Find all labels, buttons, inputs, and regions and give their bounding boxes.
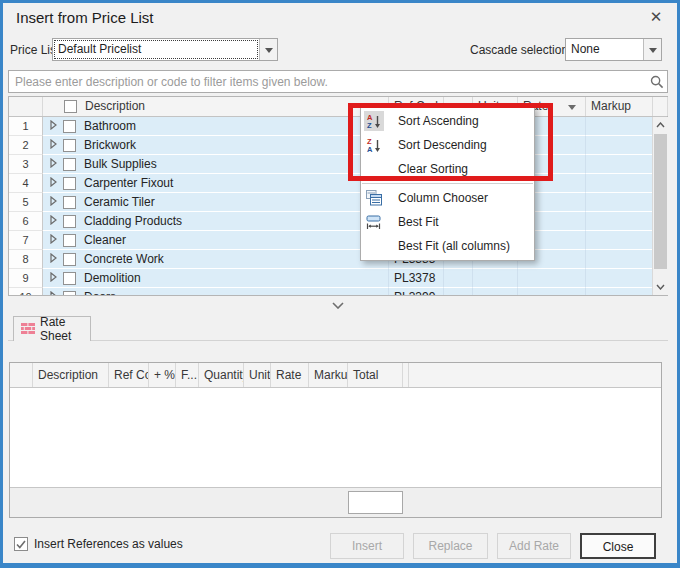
sort-descending-icon: Z A: [364, 135, 384, 155]
unit-column-header[interactable]: Unit: [244, 363, 271, 387]
close-button[interactable]: Close: [580, 533, 656, 559]
column-chooser-icon: [364, 188, 384, 208]
insert-references-checkbox-row[interactable]: Insert References as values: [14, 537, 183, 551]
row-checkbox[interactable]: [63, 291, 76, 296]
scrollbar-thumb[interactable]: [654, 134, 667, 269]
markup-column-header[interactable]: Markup: [586, 97, 653, 116]
row-checkbox[interactable]: [63, 253, 76, 266]
menu-item-best-fit-all-columns[interactable]: Best Fit (all columns): [361, 234, 534, 258]
filler-column-header: [403, 363, 409, 387]
dialog-title: Insert from Price List: [16, 9, 154, 26]
search-icon[interactable]: [649, 74, 665, 90]
expand-icon[interactable]: [50, 231, 57, 249]
menu-item-best-fit[interactable]: Best Fit: [361, 210, 534, 234]
expand-icon[interactable]: [50, 174, 57, 192]
table-row[interactable]: 1Bathroom: [9, 117, 652, 136]
expand-icon[interactable]: [50, 212, 57, 230]
table-row[interactable]: 2Brickwork: [9, 136, 652, 155]
row-checkbox[interactable]: [63, 234, 76, 247]
tab-strip-line: [8, 340, 668, 341]
grid-header-row: Description Ref Cod... Unit... Rate Mark…: [9, 97, 667, 117]
description-cell: Demolition: [84, 269, 141, 287]
description-cell: Carpenter Fixout: [84, 174, 173, 192]
markup-column-header[interactable]: Markup: [309, 363, 348, 387]
cascade-selection-label: Cascade selection:: [470, 43, 571, 57]
insert-button[interactable]: Insert: [330, 533, 404, 559]
filter-input[interactable]: [8, 70, 668, 93]
insert-from-price-list-dialog: Insert from Price List ✕ Price List: Def…: [0, 0, 680, 568]
table-row[interactable]: 3Bulk Supplies: [9, 155, 652, 174]
sort-ascending-icon: A Z: [364, 111, 384, 131]
vertical-scrollbar[interactable]: [652, 117, 668, 295]
row-checkbox[interactable]: [63, 158, 76, 171]
checkbox-checked-icon[interactable]: [14, 537, 28, 551]
tab-rate-sheet[interactable]: Rate Sheet: [13, 316, 91, 341]
description-cell: Brickwork: [84, 136, 136, 154]
table-row[interactable]: 4Carpenter Fixout: [9, 174, 652, 193]
table-row[interactable]: 8Concrete WorkPL3385: [9, 250, 652, 269]
price-list-combobox[interactable]: Default Pricelist: [52, 38, 278, 61]
expand-icon[interactable]: [50, 136, 57, 154]
chevron-down-icon[interactable]: [259, 39, 277, 60]
row-checkbox[interactable]: [63, 139, 76, 152]
filter-dropdown-icon[interactable]: [568, 105, 576, 110]
price-list-grid: Description Ref Cod... Unit... Rate Mark…: [8, 96, 668, 296]
row-checkbox[interactable]: [63, 272, 76, 285]
splitter-collapse-icon[interactable]: [329, 299, 347, 312]
row-indicator-header: [9, 97, 43, 116]
dialog-border-top: [0, 0, 680, 3]
table-row[interactable]: 6Cladding Products: [9, 212, 652, 231]
svg-text:A: A: [367, 145, 373, 153]
expand-icon[interactable]: [50, 193, 57, 211]
cascade-selection-combobox[interactable]: None: [565, 38, 662, 61]
table-row[interactable]: 5Ceramic Tiler: [9, 193, 652, 212]
row-checkbox[interactable]: [63, 120, 76, 133]
price-list-value: Default Pricelist: [53, 39, 259, 60]
ref-code-cell: PL3399: [389, 288, 444, 295]
quantity-column-header[interactable]: Quantity: [199, 363, 244, 387]
menu-item-clear-sorting[interactable]: Clear Sorting: [361, 157, 534, 181]
expand-icon[interactable]: [50, 117, 57, 135]
scroll-up-icon[interactable]: [653, 117, 668, 133]
description-cell: Bulk Supplies: [84, 155, 157, 173]
f-column-header[interactable]: F...: [176, 363, 199, 387]
select-all-checkbox[interactable]: [64, 100, 77, 113]
row-checkbox[interactable]: [63, 177, 76, 190]
rate-sheet-footer: [10, 487, 661, 517]
insert-references-label: Insert References as values: [34, 537, 183, 551]
description-cell: Concrete Work: [84, 250, 164, 268]
bricks-icon: [21, 320, 35, 338]
dialog-border-bottom: [0, 563, 680, 568]
empty-icon: [364, 236, 384, 256]
menu-item-sort-descending[interactable]: Z A Sort Descending: [361, 133, 534, 157]
close-icon[interactable]: ✕: [644, 6, 668, 28]
add-rate-button[interactable]: Add Rate: [497, 533, 571, 559]
menu-separator: [362, 183, 533, 184]
description-column-header[interactable]: Description: [33, 363, 109, 387]
table-row[interactable]: 9DemolitionPL3378: [9, 269, 652, 288]
expand-icon[interactable]: [50, 155, 57, 173]
replace-button[interactable]: Replace: [413, 533, 488, 559]
scroll-down-icon[interactable]: [653, 279, 668, 295]
menu-item-sort-ascending[interactable]: A Z Sort Ascending: [361, 109, 534, 133]
total-column-header[interactable]: Total: [348, 363, 403, 387]
dialog-border-left: [0, 0, 3, 568]
plus-pct-column-header[interactable]: + %: [149, 363, 176, 387]
table-row[interactable]: 10DoorsPL3399: [9, 288, 652, 295]
row-checkbox[interactable]: [63, 215, 76, 228]
description-column-header[interactable]: Description: [43, 97, 389, 116]
expand-icon[interactable]: [50, 250, 57, 268]
description-cell: Doors: [84, 288, 116, 295]
expand-icon[interactable]: [50, 288, 57, 295]
expand-icon[interactable]: [50, 269, 57, 287]
row-checkbox[interactable]: [63, 196, 76, 209]
filter-input-wrap: [8, 70, 668, 93]
grid-body: 1Bathroom 2Brickwork 3Bulk Supplies 4Car…: [9, 117, 652, 295]
rate-column-header[interactable]: Rate: [271, 363, 309, 387]
description-cell: Cleaner: [84, 231, 126, 249]
chevron-down-icon[interactable]: [643, 39, 661, 60]
cascade-selection-value: None: [566, 39, 643, 60]
menu-item-column-chooser[interactable]: Column Chooser: [361, 186, 534, 210]
ref-code-column-header[interactable]: Ref Code: [109, 363, 149, 387]
table-row[interactable]: 7Cleaner: [9, 231, 652, 250]
